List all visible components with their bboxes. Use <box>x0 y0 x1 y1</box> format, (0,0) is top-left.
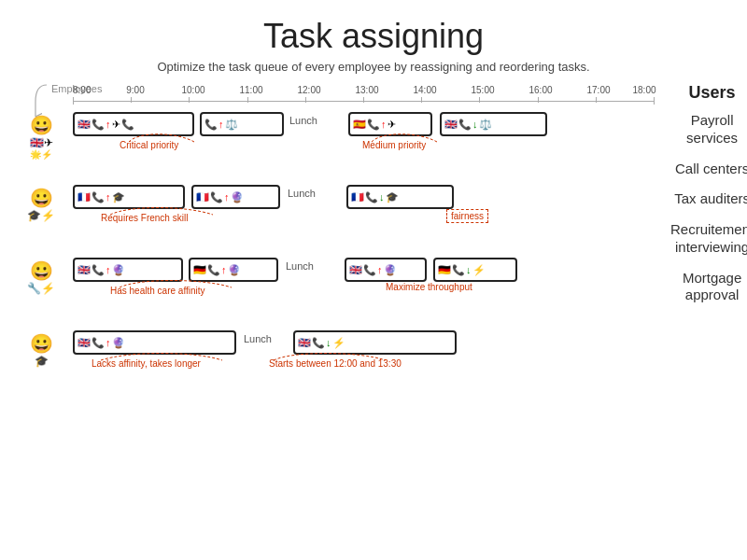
emp-icon-3: 😀 🔧⚡ <box>9 256 73 295</box>
timeline-header: 8:00 9:00 10:00 11:00 12:00 13:00 14:00 … <box>73 85 661 95</box>
user-item-payroll[interactable]: Payroll services <box>670 112 747 147</box>
lunch-1: Lunch <box>289 115 317 126</box>
page-title: Task assigning <box>0 0 747 56</box>
annotation-lacks: Lacks affinity, takes longer <box>92 358 201 369</box>
lunch-2: Lunch <box>288 188 316 199</box>
user-item-mortgage[interactable]: Mortgageapproval <box>670 270 747 305</box>
critical-arrow <box>129 127 204 146</box>
annotation-critical: Critical priority <box>120 140 178 150</box>
task-block-2-3[interactable]: 🇫🇷📞↓🎓 <box>346 185 454 209</box>
lacks-arrow <box>101 347 232 364</box>
annotation-starts: Starts between 12:00 and 13:30 <box>269 358 402 369</box>
users-title: Users <box>670 83 747 103</box>
employee-row-2: 😀 🎓⚡ 🇫🇷📞↑🎓 🇫🇷📞↑🔮 Lunch 🇫🇷📞↓🎓 <box>9 183 661 248</box>
timeline-axis <box>73 97 654 105</box>
task-block-1-4[interactable]: 🇬🇧📞↓⚖️ <box>440 112 547 136</box>
user-item-recruitment[interactable]: Recruitementinterviewing <box>670 221 747 257</box>
employee-row-3: 😀 🔧⚡ 🇬🇧📞↑🔮 🇩🇪📞↑🔮 Lunch 🇬🇧📞↑🔮 <box>9 256 661 321</box>
task-block-3-4[interactable]: 🇩🇪📞↓⚡ <box>433 258 517 282</box>
medium-arrow <box>372 127 446 146</box>
task-block-3-3[interactable]: 🇬🇧📞↑🔮 <box>345 258 427 282</box>
user-item-tax[interactable]: Tax auditers <box>670 190 747 208</box>
employee-row-1: 😀 🇬🇧✈ 🌟⚡ 🇬🇧📞↑✈📞 📞↑⚖️ Lunch 🇪🇸📞↑✈ <box>9 110 661 175</box>
emp-icon-2: 😀 🎓⚡ <box>9 183 73 222</box>
users-panel: Users Payroll services Call centers Tax … <box>661 81 747 401</box>
annotation-french: Requires French skill <box>101 213 188 223</box>
starts-arrow <box>274 347 395 364</box>
annotation-maximize: Maximize throughput <box>386 282 472 292</box>
lunch-4: Lunch <box>244 333 272 344</box>
emp-icon-1: 😀 🇬🇧✈ 🌟⚡ <box>9 110 73 160</box>
annotation-medium: Medium priority <box>362 140 426 150</box>
employee-row-4: 😀 🎓 🇬🇧📞↑🔮 Lunch 🇬🇧📞↓⚡ <box>9 329 661 394</box>
annotation-fairness: fairness <box>446 209 488 223</box>
healthcare-arrow <box>120 274 241 291</box>
task-block-1-2[interactable]: 📞↑⚖️ <box>200 112 284 136</box>
annotation-healthcare: Has health care affinity <box>110 286 205 296</box>
subtitle: Optimize the task queue of every employe… <box>0 60 747 74</box>
user-item-callcenters[interactable]: Call centers <box>670 161 747 178</box>
emp-icon-4: 😀 🎓 <box>9 329 73 368</box>
french-arrow <box>110 202 222 218</box>
lunch-3: Lunch <box>286 260 314 272</box>
